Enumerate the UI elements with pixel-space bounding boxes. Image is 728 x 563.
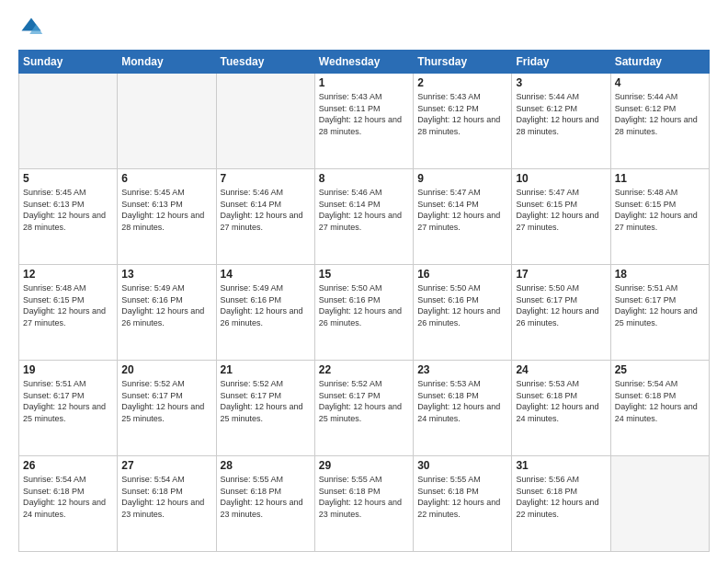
day-info: Sunrise: 5:46 AMSunset: 6:14 PMDaylight:… <box>319 187 409 233</box>
day-number: 5 <box>23 172 113 185</box>
day-info: Sunrise: 5:44 AMSunset: 6:12 PMDaylight:… <box>516 91 606 137</box>
calendar-cell: 17Sunrise: 5:50 AMSunset: 6:17 PMDayligh… <box>512 265 610 361</box>
calendar-cell <box>610 456 709 552</box>
page: SundayMondayTuesdayWednesdayThursdayFrid… <box>0 0 728 563</box>
day-info: Sunrise: 5:53 AMSunset: 6:18 PMDaylight:… <box>516 378 606 424</box>
day-info: Sunrise: 5:52 AMSunset: 6:17 PMDaylight:… <box>221 378 311 424</box>
day-number: 14 <box>221 268 311 281</box>
day-info: Sunrise: 5:54 AMSunset: 6:18 PMDaylight:… <box>121 474 211 520</box>
weekday-header: Sunday <box>19 51 118 74</box>
day-number: 16 <box>417 268 507 281</box>
day-number: 31 <box>516 459 606 472</box>
day-number: 15 <box>319 268 409 281</box>
day-number: 29 <box>319 459 409 472</box>
calendar-cell: 28Sunrise: 5:55 AMSunset: 6:18 PMDayligh… <box>216 456 314 552</box>
day-info: Sunrise: 5:45 AMSunset: 6:13 PMDaylight:… <box>121 187 211 233</box>
calendar-cell: 2Sunrise: 5:43 AMSunset: 6:12 PMDaylight… <box>414 74 512 169</box>
day-number: 7 <box>221 172 311 185</box>
day-number: 24 <box>516 363 606 376</box>
logo-icon <box>18 15 44 40</box>
calendar-cell: 24Sunrise: 5:53 AMSunset: 6:18 PMDayligh… <box>512 361 610 456</box>
calendar-cell: 16Sunrise: 5:50 AMSunset: 6:16 PMDayligh… <box>414 265 512 361</box>
calendar-cell: 22Sunrise: 5:52 AMSunset: 6:17 PMDayligh… <box>314 361 413 456</box>
calendar-cell: 6Sunrise: 5:45 AMSunset: 6:13 PMDaylight… <box>118 169 216 265</box>
calendar-cell: 7Sunrise: 5:46 AMSunset: 6:14 PMDaylight… <box>216 169 314 265</box>
day-info: Sunrise: 5:43 AMSunset: 6:12 PMDaylight:… <box>417 91 507 137</box>
day-info: Sunrise: 5:47 AMSunset: 6:14 PMDaylight:… <box>417 187 507 233</box>
calendar-cell: 8Sunrise: 5:46 AMSunset: 6:14 PMDaylight… <box>314 169 413 265</box>
day-info: Sunrise: 5:47 AMSunset: 6:15 PMDaylight:… <box>516 187 606 233</box>
day-number: 3 <box>516 76 606 89</box>
day-number: 28 <box>221 459 311 472</box>
calendar-cell: 1Sunrise: 5:43 AMSunset: 6:11 PMDaylight… <box>314 74 413 169</box>
day-number: 22 <box>319 363 409 376</box>
day-number: 23 <box>417 363 507 376</box>
calendar-cell: 26Sunrise: 5:54 AMSunset: 6:18 PMDayligh… <box>19 456 118 552</box>
calendar-cell: 18Sunrise: 5:51 AMSunset: 6:17 PMDayligh… <box>610 265 709 361</box>
day-info: Sunrise: 5:55 AMSunset: 6:18 PMDaylight:… <box>221 474 311 520</box>
day-number: 2 <box>417 76 507 89</box>
day-number: 4 <box>615 76 705 89</box>
day-info: Sunrise: 5:54 AMSunset: 6:18 PMDaylight:… <box>23 474 113 520</box>
day-info: Sunrise: 5:53 AMSunset: 6:18 PMDaylight:… <box>417 378 507 424</box>
day-info: Sunrise: 5:52 AMSunset: 6:17 PMDaylight:… <box>319 378 409 424</box>
calendar-cell: 30Sunrise: 5:55 AMSunset: 6:18 PMDayligh… <box>414 456 512 552</box>
day-number: 8 <box>319 172 409 185</box>
logo <box>18 15 46 40</box>
day-number: 12 <box>23 268 113 281</box>
day-number: 18 <box>615 268 705 281</box>
day-number: 20 <box>121 363 211 376</box>
week-row: 1Sunrise: 5:43 AMSunset: 6:11 PMDaylight… <box>19 74 710 169</box>
header <box>18 15 710 40</box>
calendar-cell: 15Sunrise: 5:50 AMSunset: 6:16 PMDayligh… <box>314 265 413 361</box>
week-row: 19Sunrise: 5:51 AMSunset: 6:17 PMDayligh… <box>19 361 710 456</box>
calendar-cell: 31Sunrise: 5:56 AMSunset: 6:18 PMDayligh… <box>512 456 610 552</box>
day-number: 13 <box>121 268 211 281</box>
day-number: 1 <box>319 76 409 89</box>
calendar-cell: 23Sunrise: 5:53 AMSunset: 6:18 PMDayligh… <box>414 361 512 456</box>
calendar-cell: 4Sunrise: 5:44 AMSunset: 6:12 PMDaylight… <box>610 74 709 169</box>
calendar-cell <box>19 74 118 169</box>
day-info: Sunrise: 5:43 AMSunset: 6:11 PMDaylight:… <box>319 91 409 137</box>
weekday-header: Tuesday <box>216 51 314 74</box>
weekday-header: Monday <box>118 51 216 74</box>
day-info: Sunrise: 5:50 AMSunset: 6:16 PMDaylight:… <box>417 282 507 328</box>
day-number: 30 <box>417 459 507 472</box>
day-info: Sunrise: 5:48 AMSunset: 6:15 PMDaylight:… <box>23 282 113 328</box>
calendar-cell: 3Sunrise: 5:44 AMSunset: 6:12 PMDaylight… <box>512 74 610 169</box>
day-number: 25 <box>615 363 705 376</box>
calendar-cell: 21Sunrise: 5:52 AMSunset: 6:17 PMDayligh… <box>216 361 314 456</box>
calendar-cell: 12Sunrise: 5:48 AMSunset: 6:15 PMDayligh… <box>19 265 118 361</box>
day-number: 11 <box>615 172 705 185</box>
week-row: 26Sunrise: 5:54 AMSunset: 6:18 PMDayligh… <box>19 456 710 552</box>
day-info: Sunrise: 5:48 AMSunset: 6:15 PMDaylight:… <box>615 187 705 233</box>
day-info: Sunrise: 5:50 AMSunset: 6:17 PMDaylight:… <box>516 282 606 328</box>
day-number: 21 <box>221 363 311 376</box>
weekday-header: Thursday <box>414 51 512 74</box>
day-info: Sunrise: 5:51 AMSunset: 6:17 PMDaylight:… <box>615 282 705 328</box>
calendar-cell <box>216 74 314 169</box>
week-row: 12Sunrise: 5:48 AMSunset: 6:15 PMDayligh… <box>19 265 710 361</box>
day-number: 6 <box>121 172 211 185</box>
day-number: 17 <box>516 268 606 281</box>
day-info: Sunrise: 5:54 AMSunset: 6:18 PMDaylight:… <box>615 378 705 424</box>
day-info: Sunrise: 5:50 AMSunset: 6:16 PMDaylight:… <box>319 282 409 328</box>
day-info: Sunrise: 5:49 AMSunset: 6:16 PMDaylight:… <box>121 282 211 328</box>
calendar-cell: 14Sunrise: 5:49 AMSunset: 6:16 PMDayligh… <box>216 265 314 361</box>
calendar-cell <box>118 74 216 169</box>
day-number: 10 <box>516 172 606 185</box>
day-number: 9 <box>417 172 507 185</box>
calendar-cell: 5Sunrise: 5:45 AMSunset: 6:13 PMDaylight… <box>19 169 118 265</box>
day-info: Sunrise: 5:45 AMSunset: 6:13 PMDaylight:… <box>23 187 113 233</box>
calendar-cell: 27Sunrise: 5:54 AMSunset: 6:18 PMDayligh… <box>118 456 216 552</box>
calendar-cell: 25Sunrise: 5:54 AMSunset: 6:18 PMDayligh… <box>610 361 709 456</box>
week-row: 5Sunrise: 5:45 AMSunset: 6:13 PMDaylight… <box>19 169 710 265</box>
day-info: Sunrise: 5:55 AMSunset: 6:18 PMDaylight:… <box>417 474 507 520</box>
calendar-cell: 9Sunrise: 5:47 AMSunset: 6:14 PMDaylight… <box>414 169 512 265</box>
calendar-table: SundayMondayTuesdayWednesdayThursdayFrid… <box>18 50 710 552</box>
weekday-header: Friday <box>512 51 610 74</box>
day-number: 26 <box>23 459 113 472</box>
calendar-cell: 19Sunrise: 5:51 AMSunset: 6:17 PMDayligh… <box>19 361 118 456</box>
weekday-header-row: SundayMondayTuesdayWednesdayThursdayFrid… <box>19 51 710 74</box>
day-info: Sunrise: 5:46 AMSunset: 6:14 PMDaylight:… <box>221 187 311 233</box>
